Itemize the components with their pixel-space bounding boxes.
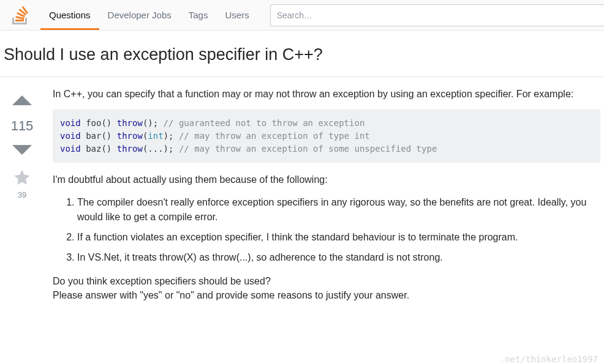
- question-title: Should I use an exception specifier in C…: [0, 31, 604, 77]
- nav-item-jobs[interactable]: Developer Jobs: [99, 0, 180, 30]
- favorite-count: 39: [18, 190, 26, 199]
- reasons-list: The compiler doesn't really enforce exce…: [53, 195, 600, 264]
- intro-text: In C++, you can specify that a function …: [53, 87, 600, 101]
- doubt-text: I'm doubtful about actually using them b…: [53, 173, 600, 187]
- downvote-button[interactable]: [11, 139, 33, 163]
- nav-label: Users: [225, 10, 249, 20]
- question-content: 115 39 In C++, you can specify that a fu…: [0, 77, 604, 311]
- nav-item-questions[interactable]: Questions: [40, 0, 99, 30]
- favorite-wrap: 39: [13, 169, 31, 199]
- watermark: .net/thinkerleo1997: [500, 354, 598, 364]
- code-block: void foo() throw(); // guaranteed not to…: [53, 110, 600, 163]
- reason-item: The compiler doesn't really enforce exce…: [77, 195, 600, 223]
- favorite-button[interactable]: [13, 169, 31, 188]
- primary-nav: Questions Developer Jobs Tags Users: [40, 0, 258, 30]
- reason-item: In VS.Net, it treats throw(X) as throw(.…: [77, 250, 600, 264]
- site-logo[interactable]: [12, 6, 28, 24]
- vote-score: 115: [11, 118, 34, 134]
- closing-text: Do you think exception specifiers should…: [53, 274, 600, 302]
- nav-label: Questions: [49, 10, 91, 20]
- nav-item-tags[interactable]: Tags: [180, 0, 217, 30]
- nav-label: Tags: [189, 10, 208, 20]
- nav-item-users[interactable]: Users: [216, 0, 257, 30]
- post-body: In C++, you can specify that a function …: [40, 87, 600, 311]
- nav-label: Developer Jobs: [108, 10, 172, 20]
- upvote-button[interactable]: [11, 89, 33, 113]
- search-input[interactable]: [270, 4, 604, 26]
- search-container: [270, 4, 604, 26]
- vote-column: 115 39: [4, 87, 40, 311]
- topbar: Questions Developer Jobs Tags Users: [0, 0, 604, 31]
- reason-item: If a function violates an exception spec…: [77, 230, 600, 244]
